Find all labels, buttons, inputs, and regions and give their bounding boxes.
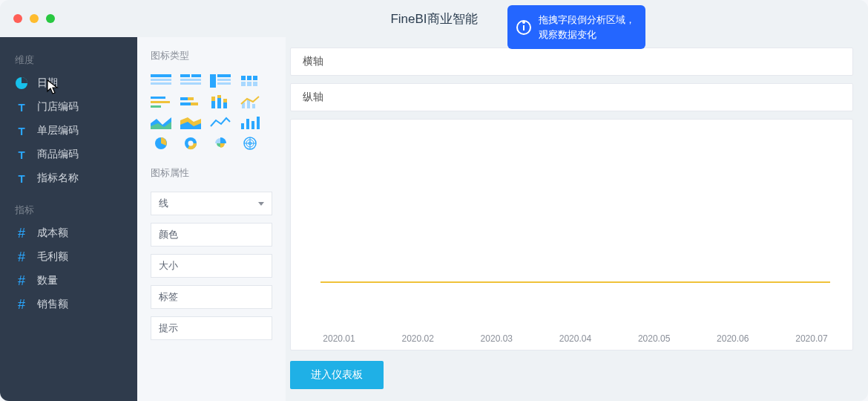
enter-dashboard-button[interactable]: 进入仪表板 [290, 361, 384, 389]
chart-plot [320, 142, 830, 327]
svg-rect-12 [247, 76, 251, 80]
sidebar-item-label: 门店编码 [37, 100, 79, 114]
chart-type-donut-icon[interactable] [180, 137, 201, 150]
chart-type-stacked-icon[interactable] [210, 95, 231, 108]
svg-rect-25 [211, 97, 215, 101]
minimize-window-button[interactable] [30, 14, 39, 23]
property-tooltip[interactable]: 提示 [151, 316, 272, 340]
svg-rect-15 [247, 82, 251, 86]
x-tick: 2020.06 [714, 333, 752, 344]
sidebar-item-metric-name[interactable]: T 指标名称 [0, 166, 137, 190]
axis-container: 横轴 拖拽字段倒分析区域， 观察数据变化 [290, 48, 853, 76]
svg-rect-11 [241, 76, 246, 80]
sidebar-item-sales[interactable]: # 销售额 [0, 293, 137, 316]
sidebar-item-label: 成本额 [37, 226, 68, 240]
svg-rect-34 [246, 119, 249, 129]
chart-type-hbar-icon[interactable] [151, 95, 171, 108]
svg-rect-16 [253, 82, 257, 86]
x-tick: 2020.03 [478, 333, 515, 344]
chart-type-pie-icon[interactable] [151, 137, 171, 150]
chart-type-hstacked-icon[interactable] [180, 95, 201, 108]
svg-rect-10 [217, 82, 231, 85]
text-icon: T [15, 100, 28, 114]
window-controls [13, 14, 55, 23]
svg-rect-27 [217, 95, 221, 98]
dimensions-heading: 维度 [0, 48, 137, 71]
y-axis-label: 纵轴 [303, 91, 323, 104]
chart-type-combo-icon[interactable] [240, 95, 260, 108]
svg-rect-35 [251, 121, 254, 129]
hint-tooltip: 拖拽字段倒分析区域， 观察数据变化 [507, 5, 645, 49]
svg-rect-4 [191, 74, 201, 77]
number-icon: # [15, 298, 28, 311]
maximize-window-button[interactable] [46, 14, 55, 23]
svg-rect-18 [151, 101, 170, 103]
chart-type-grid [151, 74, 272, 150]
svg-rect-6 [180, 82, 201, 85]
title-bar: FineBI商业智能 [0, 0, 868, 37]
sidebar-item-label: 单层编码 [37, 124, 79, 137]
text-icon: T [15, 172, 28, 185]
lightbulb-icon [516, 20, 531, 35]
chart-type-stackedarea-icon[interactable] [180, 116, 201, 129]
x-axis-dropzone[interactable]: 横轴 [290, 48, 853, 76]
sidebar-item-product-code[interactable]: T 商品编码 [0, 143, 137, 166]
chart-type-area-icon[interactable] [151, 116, 171, 129]
x-tick: 2020.04 [556, 333, 594, 344]
chart-type-kpi-icon[interactable] [240, 74, 260, 88]
x-tick: 2020.01 [320, 333, 358, 344]
chart-type-grouptable-icon[interactable] [180, 74, 201, 88]
chart-type-radar-icon[interactable] [240, 137, 260, 150]
app-title: FineBI商业智能 [390, 10, 477, 27]
close-window-button[interactable] [13, 14, 22, 23]
svg-rect-33 [241, 123, 244, 129]
property-label[interactable]: 标签 [151, 285, 272, 309]
clock-icon [15, 76, 28, 90]
hint-line2: 观察数据变化 [539, 29, 596, 40]
chart-type-line-icon[interactable] [210, 116, 231, 129]
svg-rect-0 [151, 74, 171, 77]
property-color[interactable]: 颜色 [151, 223, 272, 247]
svg-rect-7 [210, 74, 216, 88]
chart-type-crosstable-icon[interactable] [210, 74, 231, 88]
text-icon: T [15, 148, 28, 161]
sidebar-item-floor-code[interactable]: T 单层编码 [0, 119, 137, 143]
svg-rect-8 [217, 74, 231, 77]
sidebar-item-store-code[interactable]: T 门店编码 [0, 95, 137, 119]
svg-rect-9 [217, 79, 231, 81]
svg-rect-5 [180, 79, 201, 81]
metrics-heading: 指标 [0, 198, 137, 221]
svg-rect-28 [223, 102, 227, 108]
chart-shape-value: 线 [159, 197, 168, 210]
x-tick: 2020.07 [793, 333, 830, 344]
chart-type-rose-icon[interactable] [210, 137, 231, 150]
number-icon: # [15, 274, 28, 287]
chart-type-bar-icon[interactable] [240, 116, 260, 129]
svg-rect-21 [188, 97, 194, 100]
svg-rect-22 [180, 102, 191, 105]
chart-type-table-icon[interactable] [151, 74, 171, 88]
svg-point-39 [188, 141, 194, 146]
sidebar-item-label: 数量 [37, 274, 58, 287]
chart-preview: 2020.01 2020.02 2020.03 2020.04 2020.05 … [290, 119, 853, 351]
sidebar-item-cost[interactable]: # 成本额 [0, 221, 137, 245]
sidebar-item-profit[interactable]: # 毛利额 [0, 245, 137, 269]
svg-rect-23 [191, 102, 198, 105]
x-tick: 2020.02 [399, 333, 436, 344]
chart-x-labels: 2020.01 2020.02 2020.03 2020.04 2020.05 … [320, 333, 830, 344]
svg-rect-29 [223, 99, 227, 102]
y-axis-dropzone[interactable]: 纵轴 [290, 83, 853, 111]
chart-shape-select[interactable]: 线 [151, 192, 272, 215]
sidebar-item-date[interactable]: 日期 [0, 71, 137, 95]
text-icon: T [15, 124, 28, 137]
svg-rect-3 [180, 74, 190, 77]
property-size[interactable]: 大小 [151, 254, 272, 278]
sidebar-item-quantity[interactable]: # 数量 [0, 269, 137, 293]
x-tick: 2020.05 [636, 333, 673, 344]
sidebar-item-label: 指标名称 [37, 172, 79, 185]
sidebar-item-label: 日期 [37, 76, 58, 90]
sidebar-item-label: 销售额 [37, 298, 68, 311]
svg-rect-13 [253, 76, 257, 80]
svg-rect-20 [180, 97, 188, 100]
sidebar-item-label: 毛利额 [37, 250, 68, 264]
